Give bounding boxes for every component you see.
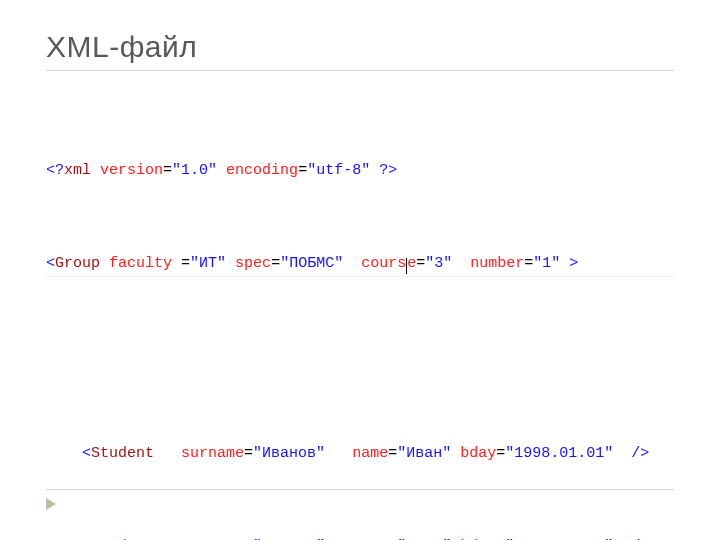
attr-surname: surname [181, 445, 244, 462]
attr-name: name [352, 445, 388, 462]
attr-encoding: encoding [226, 162, 298, 179]
tag-xml: xml [64, 162, 91, 179]
code-line-student-1: <Student surname="Иванов" name="Иван" bd… [46, 442, 674, 465]
val-version: "1.0" [172, 162, 217, 179]
val-surname-1: "Иванов" [253, 445, 325, 462]
attr-faculty: faculty [109, 255, 181, 272]
slide-footer [46, 489, 674, 510]
val-faculty: "ИТ" [190, 255, 226, 272]
angle-close: ?> [379, 162, 397, 179]
tag-student: Student [91, 445, 154, 462]
val-spec: "ПОБМС" [280, 255, 343, 272]
attr-number: number [470, 255, 524, 272]
page-title: XML-файл [46, 30, 674, 64]
code-line-xml-decl: <?xml version="1.0" encoding="utf-8" ?> [46, 159, 674, 182]
attr-spec: spec [235, 255, 271, 272]
title-area: XML-файл [46, 30, 674, 71]
code-line-student-2: <Student surname="Петров" name="Петр" bd… [46, 535, 674, 540]
code-line-group-open: <Group faculty ="ИТ" spec="ПОБМС" course… [46, 252, 674, 277]
val-bday-1: "1998.01.01" [505, 445, 613, 462]
attr-version: version [100, 162, 163, 179]
attr-course-b: e [407, 255, 416, 272]
attr-bday: bday [460, 445, 496, 462]
angle-open: <? [46, 162, 64, 179]
code-line-blank [46, 349, 674, 372]
tag-group: Group [55, 255, 100, 272]
val-course: "3" [425, 255, 452, 272]
attr-course-a: cours [361, 255, 406, 272]
triangle-bullet-icon [46, 498, 56, 510]
val-encoding: "utf-8" [307, 162, 370, 179]
text-caret-icon [406, 258, 407, 274]
val-name-1: "Иван" [397, 445, 451, 462]
slide: XML-файл <?xml version="1.0" encoding="u… [0, 0, 720, 540]
xml-code-block: <?xml version="1.0" encoding="utf-8" ?> … [46, 89, 674, 540]
val-number: "1" [533, 255, 560, 272]
